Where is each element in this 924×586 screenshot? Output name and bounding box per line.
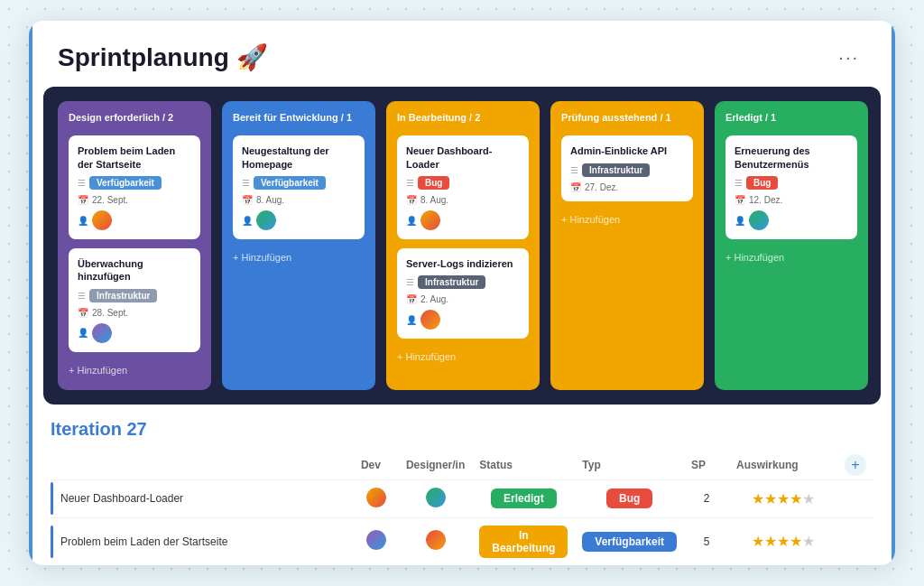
col-header-designer: Designer/in bbox=[399, 451, 472, 480]
avatar bbox=[749, 210, 769, 230]
iteration-section: Iteration 27 Dev Designer/in Status Typ … bbox=[29, 405, 895, 565]
iteration-table: Dev Designer/in Status Typ SP Auswirkung… bbox=[51, 451, 873, 565]
kanban-column-review: Prüfung ausstehend / 1Admin-Einblicke AP… bbox=[550, 101, 704, 389]
kanban-board: Design erforderlich / 2Problem beim Lade… bbox=[43, 87, 881, 404]
kanban-card[interactable]: Erneuerung des Benutzermenüs☰Bug📅12. Dez… bbox=[725, 135, 857, 239]
calendar-icon: 📅 bbox=[570, 182, 581, 192]
task-name: Neuer Dashboard-Loader bbox=[53, 479, 354, 517]
card-tag-row: ☰Bug bbox=[406, 176, 520, 190]
status-cell: In Bearbeitung bbox=[472, 517, 575, 565]
task-name: Problem beim Laden der Startseite bbox=[53, 517, 354, 565]
card-date-row: 📅22. Sept. bbox=[78, 195, 191, 205]
list-icon: ☰ bbox=[735, 178, 743, 188]
person-icon: 👤 bbox=[78, 216, 88, 226]
card-title: Admin-Einblicke API bbox=[570, 144, 684, 157]
dev-avatar bbox=[366, 488, 386, 507]
main-container: Sprintplanung 🚀 ··· Design erforderlich … bbox=[29, 21, 895, 564]
add-card-button-ready[interactable]: + Hinzufügen bbox=[233, 248, 365, 266]
col-header-name bbox=[53, 451, 354, 480]
add-card-button-review[interactable]: + Hinzufügen bbox=[561, 210, 693, 228]
card-date-row: 📅28. Sept. bbox=[78, 308, 191, 318]
avatar bbox=[420, 310, 440, 330]
page-header: Sprintplanung 🚀 ··· bbox=[29, 21, 895, 87]
col-header-status: Status bbox=[472, 451, 575, 480]
auswirkung-cell: ★★★★★ bbox=[729, 517, 837, 565]
row-actions-cell bbox=[837, 479, 873, 517]
card-title: Problem beim Laden der Startseite bbox=[78, 144, 191, 171]
card-avatar-row: 👤 bbox=[406, 310, 520, 330]
star-filled: ★ bbox=[777, 491, 790, 507]
card-title: Neuer Dashboard-Loader bbox=[406, 144, 520, 171]
card-title: Server-Logs indizieren bbox=[406, 257, 520, 270]
iteration-row[interactable]: Problem beim Laden der StartseiteIn Bear… bbox=[51, 517, 873, 565]
add-card-button-design[interactable]: + Hinzufügen bbox=[69, 361, 200, 379]
card-date: 2. Aug. bbox=[420, 294, 448, 304]
card-tag-row: ☰Infrastruktur bbox=[570, 163, 684, 177]
card-tag: Infrastruktur bbox=[418, 275, 485, 289]
list-icon: ☰ bbox=[406, 277, 414, 287]
star-filled: ★ bbox=[752, 491, 764, 507]
designer-avatar bbox=[426, 530, 446, 550]
column-header-design: Design erforderlich / 2 bbox=[69, 112, 200, 123]
card-title: Neugestaltung der Homepage bbox=[242, 144, 356, 171]
card-date: 28. Sept. bbox=[92, 308, 128, 318]
card-avatar-row: 👤 bbox=[406, 210, 520, 230]
column-header-ready: Bereit für Entwicklung / 1 bbox=[233, 112, 365, 123]
card-title: Überwachung hinzufügen bbox=[78, 257, 191, 284]
sp-cell: 2 bbox=[684, 479, 729, 517]
avatar bbox=[92, 210, 112, 230]
card-avatar-row: 👤 bbox=[735, 210, 848, 230]
designer-avatar bbox=[426, 488, 446, 507]
person-icon: 👤 bbox=[406, 315, 417, 325]
list-icon: ☰ bbox=[570, 165, 578, 175]
card-date: 12. Dez. bbox=[749, 195, 782, 205]
card-date-row: 📅12. Dez. bbox=[735, 195, 848, 205]
iteration-row[interactable]: Neuer Dashboard-LoaderErledigtBug2★★★★★ bbox=[51, 479, 873, 517]
dev-avatar bbox=[366, 530, 386, 550]
kanban-column-design: Design erforderlich / 2Problem beim Lade… bbox=[58, 101, 211, 389]
star-filled: ★ bbox=[764, 534, 777, 549]
col-header-sp: SP bbox=[684, 451, 729, 480]
card-date: 8. Aug. bbox=[420, 195, 448, 205]
more-options-button[interactable]: ··· bbox=[831, 43, 866, 71]
col-header-add: + bbox=[837, 451, 873, 480]
add-card-button-done[interactable]: + Hinzufügen bbox=[725, 248, 857, 266]
card-avatar-row: 👤 bbox=[242, 210, 356, 230]
card-avatar-row: 👤 bbox=[78, 323, 191, 343]
kanban-card[interactable]: Server-Logs indizieren☰Infrastruktur📅2. … bbox=[397, 248, 529, 339]
designer-cell bbox=[399, 479, 472, 517]
kanban-card[interactable]: Neugestaltung der Homepage☰Verfügbarkeit… bbox=[233, 135, 365, 239]
type-cell: Verfügbarkeit bbox=[575, 517, 684, 565]
card-tag-row: ☰Infrastruktur bbox=[78, 289, 191, 302]
calendar-icon: 📅 bbox=[406, 294, 417, 304]
calendar-icon: 📅 bbox=[242, 195, 253, 205]
avatar bbox=[420, 210, 440, 230]
status-cell: Erledigt bbox=[472, 479, 575, 517]
card-tag: Infrastruktur bbox=[89, 289, 157, 302]
person-icon: 👤 bbox=[242, 216, 253, 226]
designer-cell bbox=[399, 517, 472, 565]
add-card-button-inprogress[interactable]: + Hinzufügen bbox=[397, 348, 529, 366]
star-filled: ★ bbox=[790, 491, 802, 507]
kanban-card[interactable]: Neuer Dashboard-Loader☰Bug📅8. Aug.👤 bbox=[397, 135, 529, 239]
calendar-icon: 📅 bbox=[735, 195, 745, 205]
add-iteration-button[interactable]: + bbox=[845, 454, 866, 476]
card-tag: Verfügbarkeit bbox=[254, 176, 326, 190]
list-icon: ☰ bbox=[406, 178, 414, 188]
card-date: 27. Dez. bbox=[585, 182, 618, 192]
card-tag: Bug bbox=[746, 176, 778, 190]
status-badge: Erledigt bbox=[491, 488, 557, 508]
list-icon: ☰ bbox=[242, 178, 250, 188]
kanban-column-ready: Bereit für Entwicklung / 1Neugestaltung … bbox=[222, 101, 375, 389]
kanban-card[interactable]: Überwachung hinzufügen☰Infrastruktur📅28.… bbox=[69, 248, 200, 352]
row-actions-cell bbox=[837, 517, 873, 565]
card-date: 8. Aug. bbox=[256, 195, 284, 205]
col-header-auswirkung: Auswirkung bbox=[729, 451, 837, 480]
kanban-card[interactable]: Problem beim Laden der Startseite☰Verfüg… bbox=[69, 135, 200, 239]
type-badge: Verfügbarkeit bbox=[582, 532, 677, 552]
card-avatar-row: 👤 bbox=[78, 210, 191, 230]
kanban-card[interactable]: Admin-Einblicke API☰Infrastruktur📅27. De… bbox=[561, 135, 693, 200]
calendar-icon: 📅 bbox=[406, 195, 417, 205]
page-title: Sprintplanung 🚀 bbox=[58, 42, 268, 72]
star-empty: ★ bbox=[802, 534, 815, 549]
